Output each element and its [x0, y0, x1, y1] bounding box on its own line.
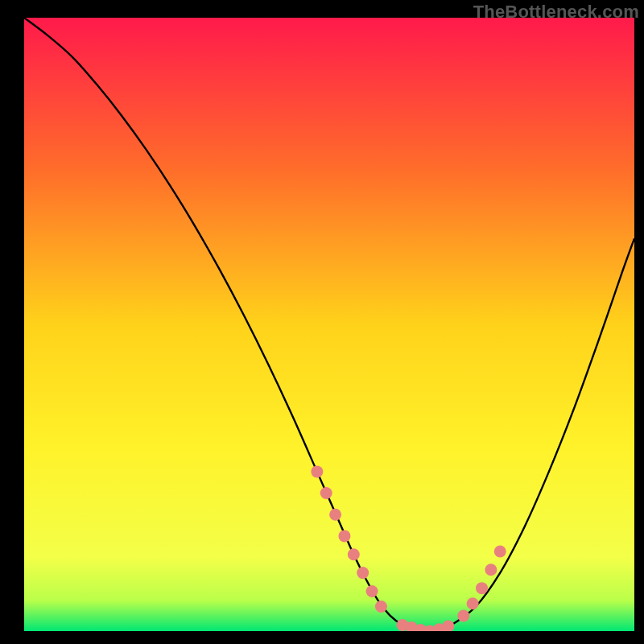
- highlight-dot: [311, 465, 323, 477]
- highlight-dot: [485, 564, 497, 576]
- highlight-dot: [329, 509, 341, 521]
- highlight-dot: [467, 597, 479, 609]
- highlight-dot: [375, 601, 387, 613]
- highlight-dot: [320, 487, 332, 499]
- watermark-text: TheBottleneck.com: [473, 2, 639, 23]
- highlight-dot: [357, 567, 369, 579]
- bottleneck-chart: [0, 0, 644, 644]
- chart-container: TheBottleneck.com: [0, 0, 644, 644]
- highlight-dot: [476, 582, 488, 594]
- chart-background: [24, 18, 634, 631]
- highlight-dot: [348, 548, 360, 560]
- highlight-dot: [338, 530, 350, 542]
- highlight-dot: [366, 585, 378, 597]
- highlight-dot: [457, 609, 469, 621]
- highlight-dot: [442, 620, 454, 632]
- highlight-dot: [494, 545, 506, 557]
